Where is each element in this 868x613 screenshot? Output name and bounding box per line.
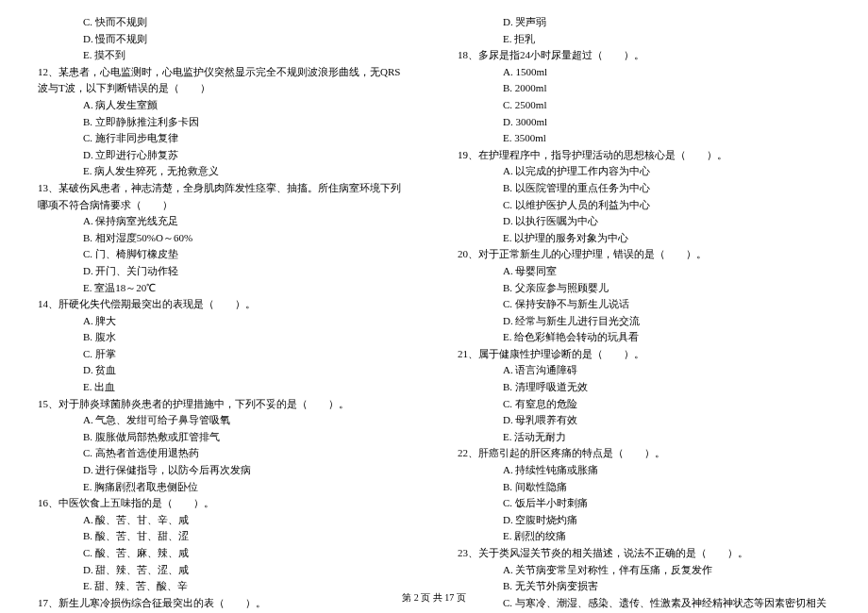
option-text: D. 进行保健指导，以防今后再次发病 xyxy=(38,462,410,479)
option-text: B. 相对湿度50%O～60% xyxy=(38,230,410,247)
option-text: D. 经常与新生儿进行目光交流 xyxy=(458,313,830,330)
option-text: A. 病人发生室颤 xyxy=(38,97,410,114)
option-text: C. 保持安静不与新生儿说话 xyxy=(458,296,830,313)
option-text: C. 酸、苦、麻、辣、咸 xyxy=(38,545,410,562)
option-text: B. 腹胀做局部热敷或肛管排气 xyxy=(38,429,410,446)
option-text: C. 以维护医护人员的利益为中心 xyxy=(458,197,830,214)
question-text: 23、关于类风湿关节炎的相关描述，说法不正确的是（ ）。 xyxy=(458,545,830,562)
option-text: A. 母婴同室 xyxy=(458,263,830,280)
option-text: D. 母乳喂养有效 xyxy=(458,412,830,429)
option-text: C. 施行非同步电复律 xyxy=(38,130,410,147)
option-text: E. 病人发生猝死，无抢救意义 xyxy=(38,163,410,180)
option-text: B. 2000ml xyxy=(458,80,830,97)
option-text: E. 3500ml xyxy=(458,130,830,147)
question-text: 19、在护理程序中，指导护理活动的思想核心是（ ）。 xyxy=(458,147,830,164)
option-text: B. 间歇性隐痛 xyxy=(458,479,830,496)
option-text: D. 开门、关门动作轻 xyxy=(38,263,410,280)
question-text: 15、对于肺炎球菌肺炎患者的护理措施中，下列不妥的是（ ）。 xyxy=(38,396,410,413)
option-text: E. 活动无耐力 xyxy=(458,429,830,446)
question-text: 14、肝硬化失代偿期最突出的表现是（ ）。 xyxy=(38,296,410,313)
option-text: B. 以医院管理的重点任务为中心 xyxy=(458,180,830,197)
option-text: A. 酸、苦、甘、辛、咸 xyxy=(38,512,410,529)
option-text: A. 气急、发绀可给子鼻导管吸氧 xyxy=(38,412,410,429)
option-text: E. 剧烈的绞痛 xyxy=(458,528,830,545)
option-text: A. 1500ml xyxy=(458,64,830,81)
option-text: D. 空腹时烧灼痛 xyxy=(458,512,830,529)
option-text: C. 2500ml xyxy=(458,97,830,114)
option-text: C. 饭后半小时刺痛 xyxy=(458,495,830,512)
question-text: 22、肝癌引起的肝区疼痛的特点是（ ）。 xyxy=(458,445,830,462)
left-column: C. 快而不规则D. 慢而不规则E. 摸不到12、某患者，心电监测时，心电监护仪… xyxy=(38,14,410,585)
option-text: E. 拒乳 xyxy=(458,31,830,48)
option-text: C. 门、椅脚钉橡皮垫 xyxy=(38,246,410,263)
option-text: B. 清理呼吸道无效 xyxy=(458,379,830,396)
option-text: D. 慢而不规则 xyxy=(38,31,410,48)
option-text: D. 甜、辣、苦、涩、咸 xyxy=(38,562,410,579)
right-column: D. 哭声弱E. 拒乳18、多尿是指24小时尿量超过（ ）。A. 1500mlB… xyxy=(458,14,830,585)
option-text: E. 给色彩鲜艳会转动的玩具看 xyxy=(458,329,830,346)
option-text: B. 父亲应参与照顾婴儿 xyxy=(458,280,830,297)
option-text: A. 脾大 xyxy=(38,313,410,330)
page-footer: 第 2 页 共 17 页 xyxy=(0,590,868,605)
option-text: A. 持续性钝痛或胀痛 xyxy=(458,462,830,479)
question-text: 16、中医饮食上五味指的是（ ）。 xyxy=(38,495,410,512)
option-text: B. 腹水 xyxy=(38,329,410,346)
option-text: D. 3000ml xyxy=(458,114,830,131)
question-text: 21、属于健康性护理诊断的是（ ）。 xyxy=(458,346,830,363)
option-text: D. 贫血 xyxy=(38,362,410,379)
option-text: D. 以执行医嘱为中心 xyxy=(458,213,830,230)
question-text: 12、某患者，心电监测时，心电监护仪突然显示完全不规则波浪形曲线，无QRS波与T… xyxy=(38,64,410,97)
option-text: D. 立即进行心肺复苏 xyxy=(38,147,410,164)
option-text: C. 高热者首选使用退热药 xyxy=(38,445,410,462)
option-text: C. 快而不规则 xyxy=(38,14,410,31)
option-text: C. 有窒息的危险 xyxy=(458,396,830,413)
option-text: A. 关节病变常呈对称性，伴有压痛，反复发作 xyxy=(458,562,830,579)
option-text: E. 以护理的服务对象为中心 xyxy=(458,230,830,247)
option-text: B. 酸、苦、甘、甜、涩 xyxy=(38,528,410,545)
question-text: 18、多尿是指24小时尿量超过（ ）。 xyxy=(458,47,830,64)
option-text: A. 保持病室光线充足 xyxy=(38,213,410,230)
option-text: E. 室温18～20℃ xyxy=(38,280,410,297)
option-text: B. 立即静脉推注利多卡因 xyxy=(38,114,410,131)
question-text: 13、某破伤风患者，神志清楚，全身肌肉阵发性痉挛、抽搐。所住病室环境下列哪项不符… xyxy=(38,180,410,213)
option-text: E. 出血 xyxy=(38,379,410,396)
option-text: A. 语言沟通障碍 xyxy=(458,362,830,379)
question-text: 20、对于正常新生儿的心理护理，错误的是（ ）。 xyxy=(458,246,830,263)
option-text: E. 摸不到 xyxy=(38,47,410,64)
option-text: D. 哭声弱 xyxy=(458,14,830,31)
option-text: A. 以完成的护理工作内容为中心 xyxy=(458,163,830,180)
option-text: C. 肝掌 xyxy=(38,346,410,363)
option-text: E. 胸痛剧烈者取患侧卧位 xyxy=(38,479,410,496)
